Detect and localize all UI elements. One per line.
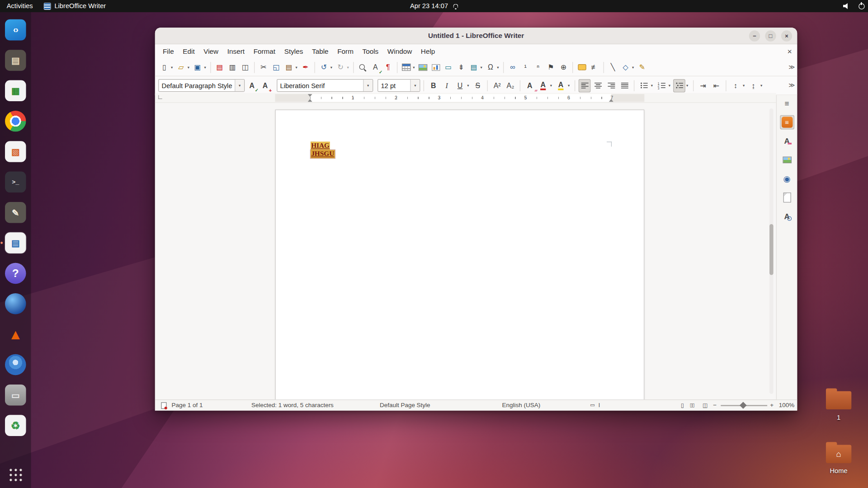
font-name-combobox[interactable]: Liberation Serif ▾ xyxy=(277,79,373,92)
paragraph-spacing-dropdown[interactable]: ▾ xyxy=(759,79,764,92)
unordered-list-button[interactable] xyxy=(638,79,650,92)
paragraph-style-combobox[interactable]: Default Paragraph Style ▾ xyxy=(158,79,245,92)
show-draw-functions-icon[interactable]: ✎ xyxy=(636,61,648,74)
activities-button[interactable]: Activities xyxy=(0,0,39,12)
sidebar-tab-properties[interactable]: ≡ xyxy=(780,115,794,130)
align-center-button[interactable] xyxy=(592,79,604,92)
sidebar-tab-gallery[interactable] xyxy=(780,153,794,167)
insert-text-box-icon[interactable]: ▭ xyxy=(442,61,454,74)
document-text-line-selected[interactable]: JHSGU xyxy=(311,150,335,158)
clear-formatting-button[interactable]: A xyxy=(524,79,536,92)
insert-bookmark-icon[interactable]: ⚑ xyxy=(545,61,557,74)
menu-help[interactable]: Help xyxy=(416,45,439,57)
find-replace-icon[interactable] xyxy=(357,61,369,74)
font-name-dropdown[interactable]: ▾ xyxy=(363,80,373,91)
line-spacing-dropdown[interactable]: ▾ xyxy=(741,79,746,92)
decrease-indent-button[interactable]: ⇤ xyxy=(710,79,722,92)
page-number-status[interactable]: Page 1 of 1 xyxy=(172,400,203,411)
insert-chart-icon[interactable] xyxy=(429,61,442,74)
zoom-level[interactable]: 100% xyxy=(779,400,794,411)
toolbar-overflow-icon[interactable]: ≫ xyxy=(788,59,795,76)
scrollbar-thumb[interactable] xyxy=(769,224,774,275)
dock-item-terminal[interactable]: >_ xyxy=(5,171,27,193)
dock-item-libreoffice-impress[interactable]: ▧ xyxy=(5,141,27,163)
sidebar-settings-icon[interactable]: ≡ xyxy=(780,96,794,111)
font-color-dropdown[interactable]: ▾ xyxy=(548,79,553,92)
menu-format[interactable]: Format xyxy=(249,45,280,57)
basic-shapes-dropdown[interactable]: ▾ xyxy=(631,61,636,74)
insert-table-dropdown[interactable]: ▾ xyxy=(411,61,416,74)
first-line-indent-marker[interactable] xyxy=(308,94,312,97)
subscript-button[interactable]: A₂ xyxy=(505,79,517,92)
dock-item-libreoffice-writer[interactable]: ▤ xyxy=(5,232,27,254)
title-bar[interactable]: Untitled 1 - LibreOffice Writer − □ × xyxy=(155,28,797,44)
outline-list-dropdown[interactable]: ▾ xyxy=(685,79,690,92)
dock-item-software[interactable]: ▭ xyxy=(5,384,27,406)
line-spacing-button[interactable]: ↕ xyxy=(730,79,742,92)
insert-table-icon[interactable] xyxy=(400,61,412,74)
formatting-marks-icon[interactable]: ¶ xyxy=(382,61,394,74)
track-changes-icon[interactable]: ≢ xyxy=(589,61,601,74)
align-right-button[interactable] xyxy=(605,79,617,92)
menu-window[interactable]: Window xyxy=(383,45,416,57)
clock-menu[interactable]: Apr 23 14:07 xyxy=(410,0,458,12)
focused-app-indicator[interactable]: LibreOffice Writer xyxy=(39,2,110,10)
view-book-icon[interactable]: ◫ xyxy=(703,400,708,411)
maximize-button[interactable]: □ xyxy=(765,30,776,41)
unordered-list-dropdown[interactable]: ▾ xyxy=(649,79,654,92)
toolbar-overflow-icon[interactable]: ≫ xyxy=(788,76,795,94)
superscript-button[interactable]: A² xyxy=(491,79,503,92)
print-icon[interactable]: ▥ xyxy=(226,61,239,74)
zoom-slider[interactable] xyxy=(721,405,767,406)
sidebar-tab-style-inspector[interactable]: A xyxy=(780,209,794,224)
menu-tools[interactable]: Tools xyxy=(358,45,383,57)
new-style-icon[interactable]: A xyxy=(259,79,271,92)
insert-special-character-icon[interactable]: Ω xyxy=(484,61,496,74)
document-text-line[interactable]: HIAG xyxy=(311,141,330,150)
dock-item-libreoffice-calc[interactable]: ▦ xyxy=(5,80,27,102)
dock-item-help[interactable]: ? xyxy=(5,262,27,284)
insert-endnote-icon[interactable]: ⁿ xyxy=(532,61,544,74)
selection-mode-icon[interactable]: I xyxy=(599,400,600,411)
sidebar-tab-page[interactable] xyxy=(780,190,794,205)
undo-dropdown[interactable]: ▾ xyxy=(329,61,334,74)
bold-button[interactable]: B xyxy=(427,79,439,92)
new-document-icon[interactable]: ▯ xyxy=(158,61,170,74)
insert-line-icon[interactable]: ╲ xyxy=(607,61,619,74)
underline-button[interactable]: U xyxy=(454,79,466,92)
update-style-icon[interactable]: A xyxy=(246,79,258,92)
system-status-menu[interactable] xyxy=(843,0,865,12)
dock-item-chromium[interactable] xyxy=(5,353,27,375)
menu-file[interactable]: File xyxy=(158,45,178,57)
cut-icon[interactable]: ✂ xyxy=(257,61,269,74)
insert-page-break-icon[interactable]: ⇟ xyxy=(455,61,467,74)
open-file-icon[interactable]: ▱ xyxy=(175,61,187,74)
desktop-folder-1[interactable] xyxy=(826,389,851,410)
selection-count-status[interactable]: Selected: 1 word, 5 characters xyxy=(251,400,334,411)
highlight-color-button[interactable]: A xyxy=(555,79,567,92)
italic-button[interactable]: I xyxy=(441,79,453,92)
dock-item-firefox[interactable] xyxy=(5,293,27,315)
new-document-dropdown[interactable]: ▾ xyxy=(170,61,175,74)
paragraph-style-value[interactable]: Default Paragraph Style xyxy=(159,82,235,89)
right-indent-marker[interactable] xyxy=(609,99,613,102)
page-style-status[interactable]: Default Page Style xyxy=(380,400,430,411)
desktop-home-folder[interactable]: ⌂ xyxy=(826,442,851,463)
insert-comment-icon[interactable] xyxy=(576,61,588,74)
font-size-dropdown[interactable]: ▾ xyxy=(410,80,420,91)
dock-item-vlc[interactable]: ▲ xyxy=(5,323,27,345)
paste-dropdown[interactable]: ▾ xyxy=(294,61,299,74)
menu-edit[interactable]: Edit xyxy=(178,45,199,57)
font-size-combobox[interactable]: 12 pt ▾ xyxy=(377,79,420,92)
menu-styles[interactable]: Styles xyxy=(280,45,307,57)
ruler-band[interactable]: 1 2 3 4 5 6 7 xyxy=(275,94,645,102)
insert-image-icon[interactable] xyxy=(417,61,429,74)
dock-item-trash[interactable]: ♻ xyxy=(5,414,27,436)
undo-icon[interactable]: ↺ xyxy=(318,61,330,74)
dock-item-file-manager[interactable]: ▤ xyxy=(5,49,27,71)
insert-field-dropdown[interactable]: ▾ xyxy=(479,61,484,74)
increase-indent-button[interactable]: ⇥ xyxy=(697,79,709,92)
menu-table[interactable]: Table xyxy=(307,45,333,57)
outline-list-button[interactable] xyxy=(673,79,685,92)
close-button[interactable]: × xyxy=(781,30,792,41)
